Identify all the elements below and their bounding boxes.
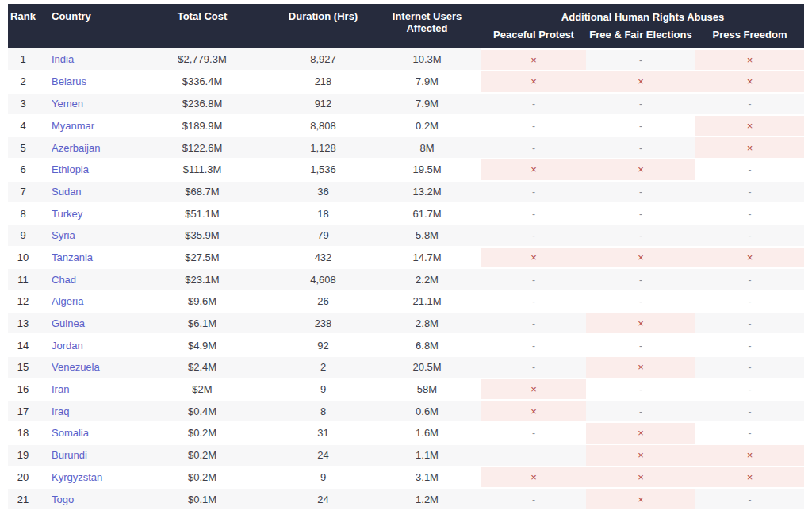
abuse-cell-peaceful-protest: - [481,290,586,313]
abuse-cell-press-freedom: - [695,378,804,401]
country-link[interactable]: Yemen [52,98,83,110]
no-abuse-dash: - [639,275,642,286]
country-link[interactable]: Jordan [52,340,83,352]
table-row: 5Azerbaijan$122.6M1,1288M--× [8,136,804,159]
total-cost-cell: $2,779.3M [131,48,274,71]
country-link[interactable]: Somalia [52,427,89,439]
no-abuse-dash: - [749,340,752,352]
rank-cell: 4 [8,115,38,137]
users-affected-cell: 7.9M [373,71,481,93]
no-abuse-dash: - [639,384,642,395]
total-cost-cell: $2.4M [131,356,274,378]
abuse-cell-peaceful-protest: × [481,48,586,71]
abuse-cell-peaceful-protest: - [481,93,586,115]
country-link[interactable]: Togo [52,494,74,505]
abuse-cell-free-fair-elections: × [586,422,695,444]
country-link[interactable]: Algeria [52,295,83,307]
abuse-cell-free-fair-elections: - [586,225,695,247]
duration-cell: 432 [274,247,373,269]
country-link[interactable]: India [52,53,74,65]
abuse-cell-free-fair-elections: - [586,181,695,203]
country-cell: Syria [38,225,131,247]
abuse-cell-press-freedom: × [695,48,804,71]
duration-cell: 238 [274,313,373,335]
col-header-total-cost: Total Cost [131,4,274,48]
duration-cell: 912 [274,93,373,115]
abuse-x-icon: × [638,75,644,87]
abuse-x-icon: × [530,383,537,395]
duration-cell: 24 [274,488,373,510]
no-abuse-dash: - [532,186,535,198]
abuse-cell-free-fair-elections: - [586,48,695,71]
country-link[interactable]: Venezuela [52,361,100,373]
abuse-x-icon: × [747,471,753,483]
users-affected-cell: 14.7M [373,247,481,269]
country-link[interactable]: Chad [52,274,76,286]
country-link[interactable]: Tanzania [52,252,93,263]
no-abuse-dash: - [639,230,642,241]
total-cost-cell: $23.1M [131,268,274,290]
country-link[interactable]: Azerbaijan [52,142,100,154]
country-link[interactable]: Burundi [52,449,87,461]
rank-cell: 18 [8,422,38,444]
rank-cell: 20 [8,467,38,489]
no-abuse-dash: - [639,121,642,132]
country-link[interactable]: Ethiopia [52,163,89,175]
abuse-cell-press-freedom: × [695,115,804,137]
table-row: 18Somalia$0.2M311.6M-×- [8,422,804,444]
users-affected-cell: 3.1M [373,467,481,489]
duration-cell: 18 [274,202,373,225]
country-cell: Togo [38,488,131,510]
table-row: 15Venezuela$2.4M220.5M-×- [8,356,804,378]
duration-cell: 24 [274,444,373,467]
total-cost-cell: $4.9M [131,334,274,356]
table-row: 9Syria$35.9M795.8M--- [8,225,804,247]
abuse-cell-press-freedom: - [695,313,804,335]
abuse-cell-press-freedom: - [695,202,804,225]
country-cell: Burundi [38,444,131,467]
abuse-cell-peaceful-protest: × [481,467,586,489]
duration-cell: 1,128 [274,136,373,159]
group-header-additional-abuses: Additional Human Rights Abuses [481,4,804,28]
abuse-x-icon: × [747,142,753,154]
abuse-cell-press-freedom: - [695,356,804,378]
no-abuse-dash: - [749,164,752,175]
abuse-cell-peaceful-protest: - [481,136,586,159]
country-link[interactable]: Syria [52,229,75,241]
abuse-cell-free-fair-elections: × [586,159,695,181]
abuse-cell-press-freedom: × [695,444,804,467]
table-row: 13Guinea$6.1M2382.8M-×- [8,313,804,335]
abuse-cell-free-fair-elections: × [586,444,695,467]
no-abuse-dash: - [749,362,752,373]
country-cell: Myanmar [38,115,131,137]
country-link[interactable]: Myanmar [52,120,94,132]
country-link[interactable]: Turkey [52,208,82,220]
rank-cell: 19 [8,444,38,467]
abuse-x-icon: × [638,317,644,329]
country-link[interactable]: Kyrgyzstan [52,471,102,483]
abuse-cell-peaceful-protest: - [481,181,586,203]
rank-cell: 7 [8,181,38,203]
no-abuse-dash: - [532,121,535,132]
table-row: 10Tanzania$27.5M43214.7M××× [8,247,804,269]
no-abuse-dash: - [639,186,642,198]
table-row: 16Iran$2M958M×-- [8,378,804,401]
abuse-cell-press-freedom: × [695,71,804,93]
users-affected-cell: 0.2M [373,115,481,137]
no-abuse-dash: - [749,98,752,110]
abuse-x-icon: × [530,75,537,87]
country-link[interactable]: Belarus [52,75,86,87]
rank-cell: 21 [8,488,38,510]
country-link[interactable]: Iraq [52,405,69,417]
no-abuse-dash: - [532,428,535,439]
duration-cell: 79 [274,225,373,247]
users-affected-cell: 5.8M [373,225,481,247]
abuse-cell-free-fair-elections: - [586,202,695,225]
country-link[interactable]: Sudan [52,186,82,198]
abuse-x-icon: × [638,361,644,373]
country-link[interactable]: Iran [52,383,69,395]
country-link[interactable]: Guinea [52,317,85,329]
abuse-x-icon: × [530,163,537,175]
no-abuse-dash: - [532,275,535,286]
abuse-cell-press-freedom: - [695,159,804,181]
